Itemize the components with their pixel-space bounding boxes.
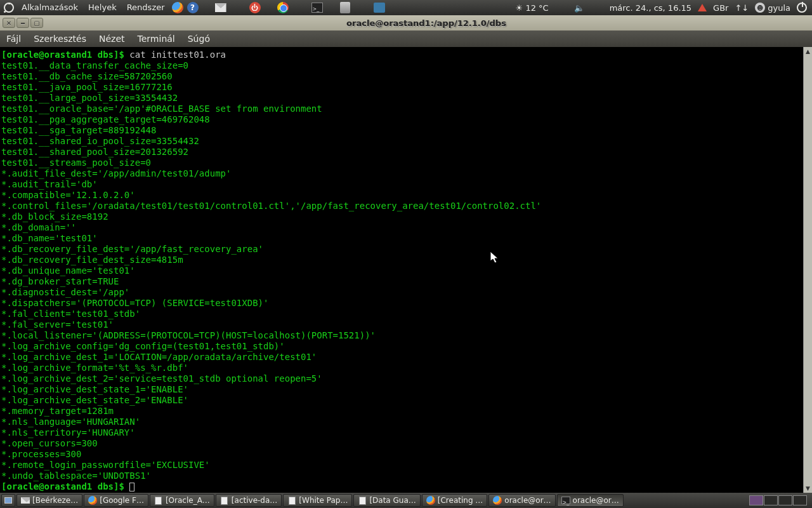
menu-places[interactable]: Helyek [83, 0, 122, 15]
shutdown-launcher-icon[interactable] [247, 0, 263, 15]
taskbar-item-label: [Creating … [438, 496, 483, 505]
user-icon: ☻ [755, 3, 765, 13]
window-close-button[interactable]: ✕ [3, 18, 15, 28]
taskbar-item-label: [Data Gua… [369, 496, 416, 505]
user-name: gyula [768, 3, 790, 13]
taskbar-item-label: oracle@or… [573, 496, 619, 505]
taskbar-item-label: oracle@or… [504, 496, 551, 505]
taskbar-item[interactable]: [Creating … [422, 494, 488, 507]
workspace-2[interactable] [764, 495, 778, 505]
window-minimize-button[interactable]: ━ [16, 18, 29, 28]
terminal-icon [561, 496, 570, 505]
document-icon [154, 496, 163, 505]
document-icon [287, 496, 296, 505]
firefox-icon [493, 496, 502, 505]
taskbar-item[interactable]: [Google F… [84, 494, 148, 507]
firefox-icon [426, 496, 435, 505]
taskbar-item-label: [active-da… [232, 496, 277, 505]
workspace-4[interactable] [793, 495, 807, 505]
taskbar-item[interactable]: oracle@or… [488, 494, 555, 507]
taskbar-item[interactable]: [White Pap… [283, 494, 352, 507]
sound-indicator-icon[interactable]: 🔈 [555, 3, 603, 13]
desktop-icon [4, 497, 12, 504]
clock[interactable]: márc. 24., cs, 16.15 [610, 3, 691, 13]
workspace-3[interactable] [778, 495, 792, 505]
menu-edit[interactable]: Szerkesztés [27, 30, 93, 47]
user-menu[interactable]: ☻ gyula [755, 3, 790, 13]
document-icon [220, 496, 229, 505]
document-icon [358, 496, 367, 505]
terminal-menubar: Fájl Szerkesztés Nézet Terminál Súgó [0, 30, 812, 47]
taskbar-item[interactable]: [Beérkeze… [16, 494, 82, 507]
menu-view[interactable]: Nézet [93, 30, 131, 47]
menu-system[interactable]: Rendszer [122, 0, 170, 15]
window-maximize-button[interactable]: ▢ [30, 18, 43, 28]
scroll-down-button[interactable]: ▼ [804, 484, 812, 493]
window-titlebar[interactable]: ✕ ━ ▢ oracle@orastand1:/app/12.1.0/dbs [0, 15, 812, 30]
chrome-launcher-icon[interactable] [275, 0, 291, 15]
mail-icon [21, 496, 30, 505]
taskbar-item-label: [White Pap… [299, 496, 348, 505]
bottom-panel: [Beérkeze…[Google F…[Oracle_A…[active-da… [0, 493, 812, 508]
menu-terminal[interactable]: Terminál [131, 30, 181, 47]
sun-icon: ☀ [516, 3, 523, 13]
menu-file[interactable]: Fájl [0, 30, 27, 47]
taskbar-item[interactable]: [Oracle_A… [150, 494, 214, 507]
workspace-switcher[interactable] [749, 495, 807, 505]
menu-applications[interactable]: Alkalmazások [16, 0, 83, 15]
weather-indicator[interactable]: ☀ 12 °C [516, 3, 549, 13]
network-icon[interactable]: ↑↓ [735, 3, 749, 13]
terminal-launcher-icon[interactable] [310, 0, 325, 15]
terminal-scrollbar[interactable]: ▲ ▼ [803, 47, 812, 493]
menu-help[interactable]: Súgó [181, 30, 216, 47]
session-power-icon[interactable] [797, 3, 807, 13]
taskbar-item-label: [Oracle_A… [166, 496, 210, 505]
disks-launcher-icon[interactable] [337, 0, 353, 15]
top-panel: Alkalmazások Helyek Rendszer ? ☀ 12 °C 🔈… [0, 0, 812, 15]
firefox-icon [88, 496, 97, 505]
ubuntu-logo-icon[interactable] [1, 0, 16, 15]
update-warning-icon[interactable] [698, 4, 707, 11]
screenshot-launcher-icon[interactable] [372, 0, 387, 15]
window-title: oracle@orastand1:/app/12.1.0/dbs [43, 18, 809, 28]
taskbar-item[interactable]: [active-da… [216, 494, 282, 507]
taskbar-item-label: [Google F… [100, 496, 144, 505]
weather-temp: 12 °C [525, 3, 548, 13]
mail-launcher-icon[interactable] [213, 0, 228, 15]
terminal-output[interactable]: [oracle@orastand1 dbs]$ cat inittest01.o… [0, 47, 803, 493]
scroll-up-button[interactable]: ▲ [804, 47, 812, 56]
show-desktop-button[interactable] [1, 494, 15, 507]
taskbar-item-label: [Beérkeze… [32, 496, 78, 505]
help-launcher-icon[interactable]: ? [185, 0, 200, 15]
keyboard-layout[interactable]: GBr [713, 3, 728, 13]
firefox-launcher-icon[interactable] [170, 0, 185, 15]
taskbar-item[interactable]: oracle@or… [557, 494, 624, 507]
taskbar-item[interactable]: [Data Gua… [353, 494, 420, 507]
workspace-1[interactable] [749, 495, 763, 505]
